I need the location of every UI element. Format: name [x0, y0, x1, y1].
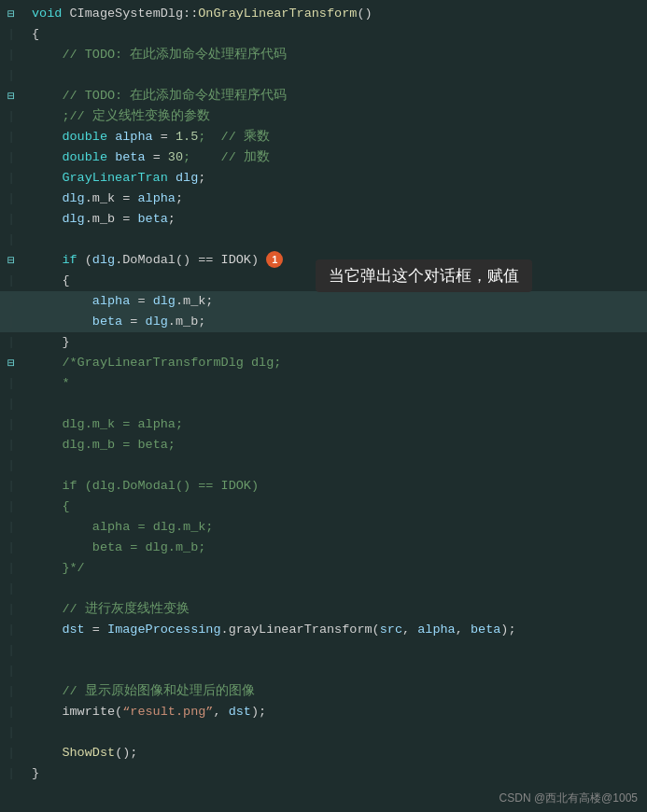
- code-content: void CImageSystemDlg::OnGrayLinearTransf…: [26, 4, 647, 24]
- tooltip-text: 当它弹出这个对话框，赋值: [329, 267, 519, 285]
- code-line: | dlg.m_b = beta;: [0, 209, 647, 230]
- code-content: ShowDst();: [26, 743, 647, 763]
- gutter-icon[interactable]: ⊟: [0, 253, 26, 268]
- gutter-icon: |: [0, 131, 26, 144]
- code-content: // 进行灰度线性变换: [26, 599, 647, 620]
- code-line: | dlg.m_k = alpha;: [0, 189, 647, 209]
- code-content: if (dlg.DoModal() == IDOK): [26, 476, 647, 497]
- code-line: |: [0, 455, 647, 476]
- gutter-icon: |: [0, 28, 26, 41]
- code-line: | dlg.m_b = beta;: [0, 435, 647, 455]
- gutter-icon: |: [0, 315, 26, 329]
- gutter-icon: |: [0, 398, 26, 411]
- tooltip-bubble: 当它弹出这个对话框，赋值: [316, 259, 532, 292]
- gutter-icon: |: [0, 582, 26, 595]
- bottom-bar-text: CSDN @西北有高楼@1005: [499, 791, 638, 805]
- code-line: | ;// 定义线性变换的参数: [0, 106, 647, 127]
- code-content: dlg.m_b = beta;: [26, 209, 647, 230]
- gutter-icon: |: [0, 726, 26, 739]
- code-line: |: [0, 661, 647, 681]
- code-content: // 显示原始图像和处理后的图像: [26, 681, 647, 702]
- code-content: double beta = 30; // 加数: [26, 147, 647, 168]
- code-line: | alpha = dlg.m_k;: [0, 517, 647, 538]
- bottom-bar: CSDN @西北有高楼@1005: [490, 785, 647, 812]
- gutter-icon: |: [0, 439, 26, 452]
- code-line: | imwrite(“result.png”, dst);: [0, 702, 647, 722]
- code-content: alpha = dlg.m_k;: [26, 291, 647, 312]
- gutter-icon: |: [0, 603, 26, 616]
- circle-badge: 1: [266, 251, 283, 268]
- gutter-icon: |: [0, 418, 26, 431]
- code-line: |: [0, 230, 647, 250]
- code-line: | // 进行灰度线性变换: [0, 599, 647, 620]
- code-line: | }: [0, 332, 647, 353]
- gutter-icon: |: [0, 295, 26, 308]
- code-line: | dst = ImageProcessing.grayLinearTransf…: [0, 620, 647, 640]
- code-line: ⊟ // TODO: 在此添加命令处理程序代码: [0, 86, 647, 106]
- code-line: | *: [0, 373, 647, 394]
- code-line: | {: [0, 497, 647, 517]
- code-content: imwrite(“result.png”, dst);: [26, 702, 647, 722]
- gutter-icon: |: [0, 49, 26, 62]
- gutter-icon[interactable]: ⊟: [0, 356, 26, 371]
- code-editor: ⊟void CImageSystemDlg::OnGrayLinearTrans…: [0, 0, 647, 812]
- code-line: | beta = dlg.m_b;: [0, 312, 647, 332]
- gutter-icon: |: [0, 665, 26, 678]
- code-content: /*GrayLinearTransformDlg dlg;: [26, 353, 647, 373]
- gutter-icon: |: [0, 541, 26, 554]
- gutter-icon: |: [0, 644, 26, 657]
- code-content: }: [26, 763, 647, 784]
- code-content: dlg.m_k = alpha;: [26, 414, 647, 435]
- gutter-icon[interactable]: ⊟: [0, 89, 26, 104]
- gutter-icon: |: [0, 500, 26, 513]
- gutter-icon: |: [0, 274, 26, 287]
- code-content: dlg.m_k = alpha;: [26, 189, 647, 209]
- gutter-icon: |: [0, 685, 26, 698]
- code-line: | dlg.m_k = alpha;: [0, 414, 647, 435]
- code-content: *: [26, 373, 647, 394]
- gutter-icon: |: [0, 213, 26, 226]
- code-line: | beta = dlg.m_b;: [0, 538, 647, 558]
- code-content: GrayLinearTran dlg;: [26, 168, 647, 189]
- code-line: |: [0, 65, 647, 86]
- code-line: | // 显示原始图像和处理后的图像: [0, 681, 647, 702]
- code-content: // TODO: 在此添加命令处理程序代码: [26, 86, 647, 106]
- code-content: {: [26, 497, 647, 517]
- code-content: double alpha = 1.5; // 乘数: [26, 127, 647, 147]
- gutter-icon: |: [0, 562, 26, 575]
- code-line: |: [0, 640, 647, 661]
- code-content: dlg.m_b = beta;: [26, 435, 647, 455]
- code-content: dst = ImageProcessing.grayLinearTransfor…: [26, 620, 647, 640]
- gutter-icon[interactable]: ⊟: [0, 7, 26, 21]
- code-line: |}: [0, 763, 647, 784]
- code-content: {: [26, 24, 647, 45]
- code-line: ⊟ /*GrayLinearTransformDlg dlg;: [0, 353, 647, 373]
- code-line: ⊟void CImageSystemDlg::OnGrayLinearTrans…: [0, 4, 647, 24]
- code-line: |: [0, 394, 647, 414]
- code-line: | alpha = dlg.m_k;: [0, 291, 647, 312]
- code-line: |{: [0, 24, 647, 45]
- code-line: |: [0, 579, 647, 599]
- code-content: ;// 定义线性变换的参数: [26, 106, 647, 127]
- gutter-icon: |: [0, 377, 26, 390]
- gutter-icon: |: [0, 172, 26, 185]
- gutter-icon: |: [0, 480, 26, 493]
- code-content: // TODO: 在此添加命令处理程序代码: [26, 45, 647, 65]
- gutter-icon: |: [0, 459, 26, 472]
- gutter-icon: |: [0, 233, 26, 246]
- gutter-icon: |: [0, 192, 26, 205]
- code-line: | if (dlg.DoModal() == IDOK): [0, 476, 647, 497]
- gutter-icon: |: [0, 69, 26, 82]
- code-content: }: [26, 332, 647, 353]
- gutter-icon: |: [0, 521, 26, 534]
- gutter-icon: |: [0, 706, 26, 719]
- code-line: | // TODO: 在此添加命令处理程序代码: [0, 45, 647, 65]
- gutter-icon: |: [0, 767, 26, 780]
- code-line: |: [0, 722, 647, 743]
- code-content: alpha = dlg.m_k;: [26, 517, 647, 538]
- code-content: }*/: [26, 558, 647, 579]
- gutter-icon: |: [0, 110, 26, 123]
- code-content: beta = dlg.m_b;: [26, 538, 647, 558]
- code-line: | }*/: [0, 558, 647, 579]
- gutter-icon: |: [0, 623, 26, 637]
